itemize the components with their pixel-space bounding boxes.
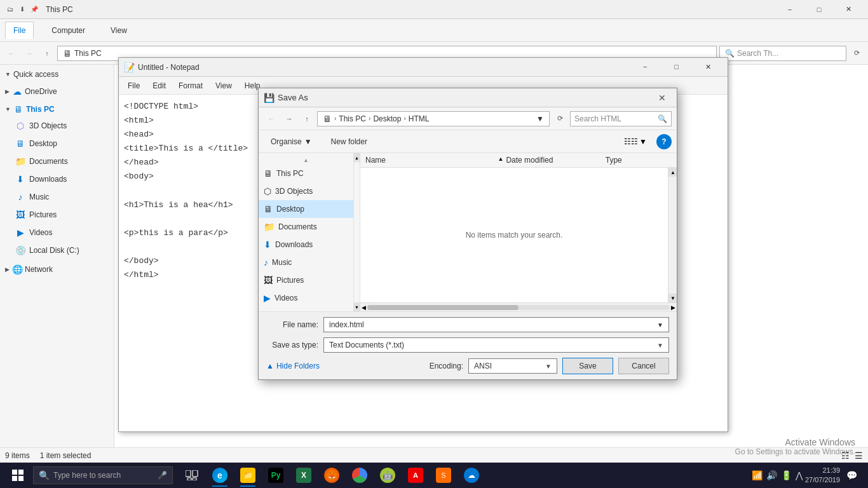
filename-input[interactable]: index.html ▼ xyxy=(323,317,669,332)
taskbar-acrobat[interactable]: A xyxy=(402,463,430,488)
up-button[interactable]: ↑ xyxy=(39,46,55,61)
dialog-up-button[interactable]: ↑ xyxy=(299,111,315,126)
this-pc-icon: 🖥 xyxy=(13,104,24,114)
path-dropdown-arrow[interactable]: ▼ xyxy=(536,114,544,123)
scroll-up-indicator[interactable]: ▲ xyxy=(259,156,353,165)
dialog-refresh-button[interactable]: ⟳ xyxy=(552,111,567,126)
notification-button[interactable]: 💬 xyxy=(843,463,860,488)
ribbon-tab-view[interactable]: View xyxy=(103,22,135,39)
dialog-sidebar-3dobjects[interactable]: ⬡ 3D Objects xyxy=(259,182,353,200)
microphone-icon[interactable]: 🎤 xyxy=(158,471,167,480)
vscroll-up[interactable]: ▲ xyxy=(668,168,677,177)
sidebar-item-pictures[interactable]: 🖼 Pictures xyxy=(0,206,114,224)
dialog-close-button[interactable]: ✕ xyxy=(653,88,672,107)
col-type[interactable]: Type xyxy=(606,156,672,165)
minimize-button[interactable]: − xyxy=(775,0,804,19)
notepad-menu-edit[interactable]: Edit xyxy=(146,79,172,93)
ribbon-tab-computer[interactable]: Computer xyxy=(44,22,93,39)
dialog-sidebar-documents[interactable]: 📁 Documents xyxy=(259,218,353,236)
onedrive-label: OneDrive xyxy=(25,87,57,96)
notepad-icon: 📝 xyxy=(124,62,134,72)
dialog-path[interactable]: 🖥 › This PC › Desktop › HTML ▼ xyxy=(317,111,550,126)
taskbar-excel[interactable]: X xyxy=(290,463,318,488)
sidebar-group-network[interactable]: ▶ 🌐 Network xyxy=(0,262,114,277)
network-tray-icon[interactable]: 📶 xyxy=(752,470,763,480)
vscroll-down-button[interactable]: ▼ xyxy=(354,302,360,311)
hscroll-right[interactable]: ▶ xyxy=(671,304,675,311)
encoding-select[interactable]: ANSI ▼ xyxy=(468,358,557,374)
dialog-sidebar-desktop[interactable]: 🖥 Desktop xyxy=(259,200,353,218)
notepad-minimize-button[interactable]: − xyxy=(630,57,660,76)
path-text: This PC xyxy=(74,49,102,58)
taskbar-search[interactable]: 🔍 Type here to search 🎤 xyxy=(33,466,173,484)
filename-dropdown[interactable]: ▼ xyxy=(657,322,663,329)
taskbar-edge[interactable]: e xyxy=(206,463,234,488)
notepad-menu-view[interactable]: View xyxy=(209,79,238,93)
view-mode-button[interactable]: ☷☷ ▼ xyxy=(620,134,651,149)
new-folder-button[interactable]: New folder xyxy=(324,134,374,149)
sidebar-item-music[interactable]: ♪ Music xyxy=(0,188,114,206)
hscroll-left[interactable]: ◀ xyxy=(362,304,366,311)
sidebar-group-onedrive[interactable]: ▶ ☁ OneDrive xyxy=(0,84,114,99)
dialog-sidebar-thispc[interactable]: 🖥 This PC xyxy=(259,165,353,182)
battery-tray-icon[interactable]: 🔋 xyxy=(781,470,792,480)
sidebar-item-videos[interactable]: ▶ Videos xyxy=(0,224,114,241)
notepad-close-button[interactable]: ✕ xyxy=(693,58,722,77)
taskbar-pycharm[interactable]: Py xyxy=(262,463,290,488)
this-pc-label[interactable]: This PC xyxy=(26,105,55,114)
taskbar-chrome[interactable] xyxy=(346,463,374,488)
notepad-menu-file[interactable]: File xyxy=(121,79,146,93)
save-button[interactable]: Save xyxy=(562,358,613,374)
taskbar-taskview[interactable] xyxy=(178,463,206,488)
taskbar-explorer[interactable]: 📁 xyxy=(234,463,262,488)
close-button[interactable]: ✕ xyxy=(834,0,863,19)
dialog-sidebar-downloads[interactable]: ⬇ Downloads xyxy=(259,236,353,254)
desktop-label: Desktop xyxy=(29,139,57,148)
taskbar-firefox[interactable]: 🦊 xyxy=(318,463,346,488)
view-mode-icon-2[interactable]: ☰ xyxy=(855,451,863,461)
ribbon-tab-file[interactable]: File xyxy=(5,22,34,39)
notepad-menu-format[interactable]: Format xyxy=(172,79,209,93)
dialog-sidebar-localdisk[interactable]: 💿 Local Disk (C:) xyxy=(259,307,353,311)
sidebar-group-this-pc[interactable]: ▼ 🖥 This PC xyxy=(0,102,114,117)
dialog-sidebar-music[interactable]: ♪ Music xyxy=(259,254,353,271)
sidebar-item-desktop[interactable]: 🖥 Desktop xyxy=(0,135,114,152)
dialog-search[interactable]: Search HTML 🔍 xyxy=(570,111,672,126)
search-box[interactable]: 🔍 Search Th... xyxy=(719,46,846,61)
vscroll-down[interactable]: ▼ xyxy=(668,294,677,302)
firefox-icon: 🦊 xyxy=(324,468,339,483)
help-button[interactable]: ? xyxy=(656,134,672,149)
dialog-hscrollbar: ◀ ▶ xyxy=(360,302,677,311)
volume-tray-icon[interactable]: 🔊 xyxy=(766,470,777,480)
start-button[interactable] xyxy=(3,463,33,488)
organise-button[interactable]: Organise ▼ xyxy=(264,134,319,149)
vscroll-up-button[interactable]: ▲ xyxy=(354,153,360,162)
taskbar-cloud[interactable]: ☁ xyxy=(458,463,485,488)
chevron-tray-icon[interactable]: ⋀ xyxy=(796,470,803,480)
cancel-button[interactable]: Cancel xyxy=(618,358,669,374)
dialog-forward-button[interactable]: → xyxy=(281,111,297,126)
col-name[interactable]: Name xyxy=(365,156,498,165)
sidebar-item-documents[interactable]: 📁 Documents xyxy=(0,152,114,170)
explorer-title: This PC xyxy=(46,5,773,14)
sidebar-item-localdisk[interactable]: 💿 Local Disk (C:) xyxy=(0,241,114,259)
taskbar-android[interactable]: 🤖 xyxy=(374,463,402,488)
maximize-button[interactable]: □ xyxy=(804,0,834,19)
taskbar-sublime[interactable]: S xyxy=(430,463,458,488)
notepad-maximize-button[interactable]: □ xyxy=(662,57,691,76)
quick-access-icon[interactable]: ⬇ xyxy=(17,4,27,15)
sidebar-item-downloads[interactable]: ⬇ Downloads xyxy=(0,170,114,188)
saveastype-row: Save as type: Text Documents (*.txt) ▼ xyxy=(266,337,669,353)
vscroll-track xyxy=(354,162,360,302)
dialog-body: ▲ 🖥 This PC ⬡ 3D Objects 🖥 Desktop 📁 Doc… xyxy=(259,153,677,311)
saveastype-select[interactable]: Text Documents (*.txt) ▼ xyxy=(323,337,669,353)
refresh-button[interactable]: ⟳ xyxy=(849,46,864,61)
dialog-sidebar-pictures[interactable]: 🖼 Pictures xyxy=(259,271,353,289)
hide-folders-button[interactable]: ▲ Hide Folders xyxy=(266,362,320,370)
dialog-sidebar-videos[interactable]: ▶ Videos xyxy=(259,289,353,307)
col-date[interactable]: Date modified xyxy=(506,156,605,165)
hscroll-thumb[interactable] xyxy=(367,305,519,310)
sidebar-item-3dobjects[interactable]: ⬡ 3D Objects xyxy=(0,117,114,135)
taskbar-clock[interactable]: 21:39 27/07/2019 xyxy=(805,466,840,485)
sidebar-group-quick-access[interactable]: ▼ Quick access xyxy=(0,67,114,81)
